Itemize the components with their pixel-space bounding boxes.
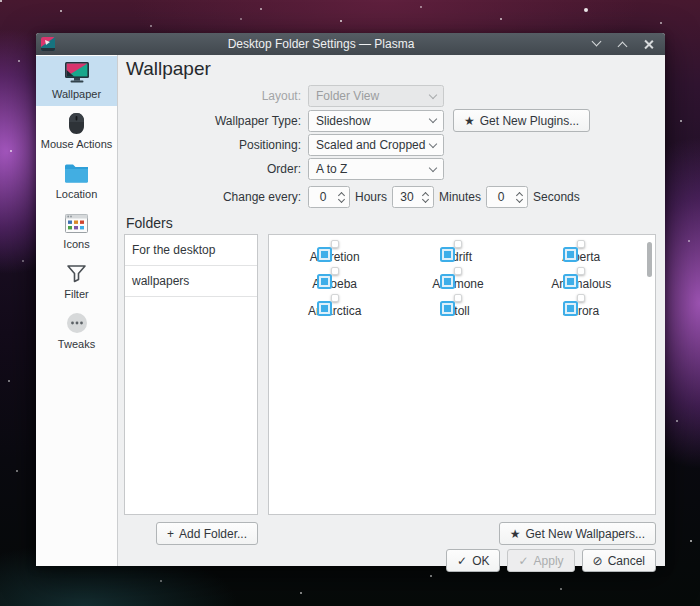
checked-checkbox-icon[interactable] xyxy=(563,301,578,316)
window-title: Desktop Folder Settings — Plasma xyxy=(59,37,583,51)
sidebar-item-icons[interactable]: Icons xyxy=(36,206,117,256)
sidebar-item-tweaks[interactable]: Tweaks xyxy=(36,306,117,356)
chevron-down-icon xyxy=(429,90,437,98)
folders-section-label: Folders xyxy=(126,215,656,231)
plus-icon: + xyxy=(167,527,174,541)
star-icon: ★ xyxy=(510,527,521,541)
checked-checkbox-icon[interactable] xyxy=(563,247,578,262)
layout-row: Layout: Folder View xyxy=(124,85,656,107)
checked-checkbox-icon[interactable] xyxy=(563,274,578,289)
wallpaper-type-row: Wallpaper Type: Slideshow ★ Get New Plug… xyxy=(124,109,656,132)
wallpaper-type-label: Wallpaper Type: xyxy=(124,114,306,128)
change-every-row: Change every: 0 Hours 30 Minutes 0 xyxy=(124,186,656,208)
wallpaper-item-aurora[interactable]: Aurora xyxy=(520,294,643,318)
chevron-down-icon xyxy=(429,139,437,147)
hours-stepper[interactable]: 0 xyxy=(308,186,350,208)
wallpaper-thumbnail[interactable] xyxy=(331,267,339,275)
desktop-folder-settings-window: Desktop Folder Settings — Plasma xyxy=(36,33,665,566)
chevron-down-icon xyxy=(429,115,437,123)
app-icon xyxy=(41,37,55,51)
stepper-arrows-icon[interactable] xyxy=(337,193,349,202)
chevron-down-icon xyxy=(429,163,437,171)
grid-scrollbar[interactable] xyxy=(647,242,652,277)
wallpaper-grid: Accretion Adrift xyxy=(268,234,656,515)
wallpaper-item-accretion[interactable]: Accretion xyxy=(273,240,396,264)
wallpaper-thumbnail[interactable] xyxy=(454,267,462,275)
wallpaper-item-antarctica[interactable]: Antarctica xyxy=(273,294,396,318)
cancel-button[interactable]: ⊘ Cancel xyxy=(582,549,656,572)
wallpaper-item-adrift[interactable]: Adrift xyxy=(396,240,519,264)
sidebar-item-location[interactable]: Location xyxy=(36,156,117,206)
mouse-icon xyxy=(64,111,90,135)
add-folder-button[interactable]: + Add Folder... xyxy=(156,522,258,545)
checked-checkbox-icon[interactable] xyxy=(440,274,455,289)
wallpaper-item-alberta[interactable]: Alberta xyxy=(520,240,643,264)
wallpaper-name: Anomalous xyxy=(551,277,611,291)
icons-grid-icon xyxy=(64,211,90,235)
page-title: Wallpaper xyxy=(126,58,656,80)
positioning-select[interactable]: Scaled and Cropped xyxy=(308,134,444,156)
wallpaper-item-anemone[interactable]: Anemone xyxy=(396,267,519,291)
stepper-arrows-icon[interactable] xyxy=(421,193,433,202)
change-every-label: Change every: xyxy=(124,190,306,204)
wallpaper-type-select[interactable]: Slideshow xyxy=(308,110,444,132)
checked-checkbox-icon[interactable] xyxy=(440,247,455,262)
get-new-wallpapers-button[interactable]: ★ Get New Wallpapers... xyxy=(499,522,656,545)
tweaks-dots-icon xyxy=(64,311,90,335)
order-row: Order: A to Z xyxy=(124,158,656,180)
get-new-plugins-button[interactable]: ★ Get New Plugins... xyxy=(453,109,590,132)
sidebar-item-label: Tweaks xyxy=(58,338,95,350)
sidebar-item-label: Filter xyxy=(64,288,88,300)
wallpaper-monitor-icon xyxy=(64,61,90,85)
cancel-slash-icon: ⊘ xyxy=(593,554,603,568)
ok-button[interactable]: ✓ OK xyxy=(446,549,500,572)
checked-checkbox-icon[interactable] xyxy=(317,274,332,289)
maximize-icon[interactable] xyxy=(617,38,629,50)
wallpaper-thumbnail[interactable] xyxy=(577,267,585,275)
titlebar[interactable]: Desktop Folder Settings — Plasma xyxy=(36,33,665,55)
folder-list-item[interactable]: For the desktop xyxy=(125,235,257,266)
stepper-arrows-icon[interactable] xyxy=(515,193,527,202)
wallpaper-item-amoeba[interactable]: Amoeba xyxy=(273,267,396,291)
sidebar-item-label: Icons xyxy=(63,238,89,250)
close-icon[interactable] xyxy=(643,38,655,50)
positioning-row: Positioning: Scaled and Cropped xyxy=(124,134,656,156)
sidebar-item-label: Wallpaper xyxy=(52,88,101,100)
sidebar-item-label: Location xyxy=(56,188,98,200)
hours-unit-label: Hours xyxy=(355,190,387,204)
seconds-stepper[interactable]: 0 xyxy=(486,186,528,208)
wallpaper-name: Antarctica xyxy=(308,304,361,318)
sidebar-item-mouse-actions[interactable]: Mouse Actions xyxy=(36,106,117,156)
layout-select: Folder View xyxy=(308,85,444,107)
minimize-icon[interactable] xyxy=(591,38,603,50)
filter-funnel-icon xyxy=(64,261,90,285)
wallpaper-item-anomalous[interactable]: Anomalous xyxy=(520,267,643,291)
checked-checkbox-icon[interactable] xyxy=(317,247,332,262)
sidebar-item-wallpaper[interactable]: Wallpaper xyxy=(36,56,117,106)
wallpaper-thumbnail[interactable] xyxy=(331,294,339,302)
wallpaper-thumbnail[interactable] xyxy=(577,240,585,248)
wallpaper-thumbnail[interactable] xyxy=(331,240,339,248)
layout-label: Layout: xyxy=(124,89,306,103)
order-label: Order: xyxy=(124,162,306,176)
order-select[interactable]: A to Z xyxy=(308,158,444,180)
sidebar-item-filter[interactable]: Filter xyxy=(36,256,117,306)
wallpaper-thumbnail[interactable] xyxy=(577,294,585,302)
checked-checkbox-icon[interactable] xyxy=(317,301,332,316)
positioning-label: Positioning: xyxy=(124,138,306,152)
folder-list-item[interactable]: wallpapers xyxy=(125,266,257,297)
apply-button[interactable]: ✓ Apply xyxy=(507,549,574,572)
seconds-unit-label: Seconds xyxy=(533,190,580,204)
folder-icon xyxy=(64,161,90,185)
settings-sidebar: Wallpaper Mouse Actions xyxy=(36,55,118,566)
check-icon: ✓ xyxy=(457,554,467,568)
sidebar-item-label: Mouse Actions xyxy=(41,138,113,150)
minutes-stepper[interactable]: 30 xyxy=(392,186,434,208)
wallpaper-thumbnail[interactable] xyxy=(454,240,462,248)
minutes-unit-label: Minutes xyxy=(439,190,481,204)
wallpaper-item-atoll[interactable]: Atoll xyxy=(396,294,519,318)
wallpaper-thumbnail[interactable] xyxy=(454,294,462,302)
checked-checkbox-icon[interactable] xyxy=(440,301,455,316)
star-icon: ★ xyxy=(464,114,475,128)
check-icon: ✓ xyxy=(518,554,528,568)
